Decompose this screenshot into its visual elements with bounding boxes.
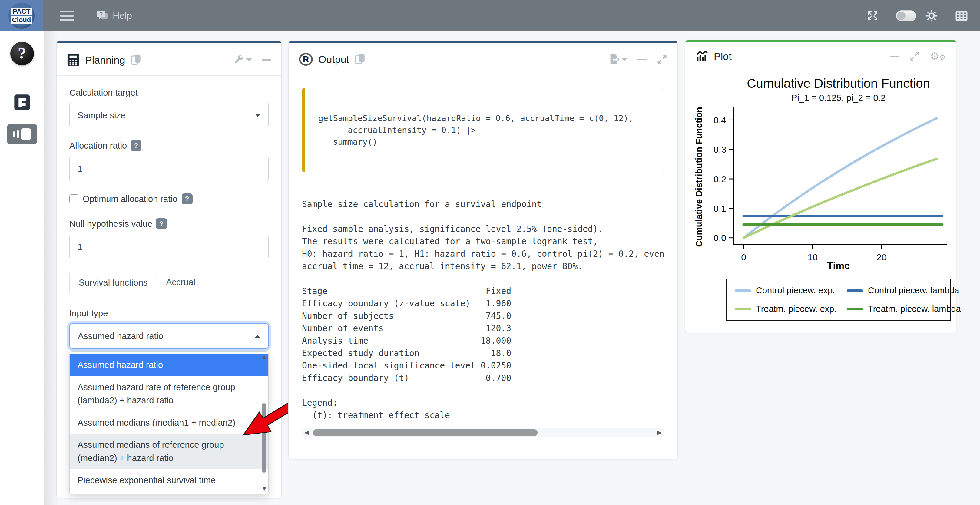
plot-card-title: Plot [714,51,732,62]
tab-accrual[interactable]: Accrual [157,272,204,293]
brand-logo[interactable]: PACT Cloud [0,0,43,32]
copy-icon[interactable] [355,53,366,65]
help-button[interactable]: ? Help [96,10,132,22]
tab-survival-functions[interactable]: Survival functions [69,272,157,293]
null-hypothesis-help-icon[interactable]: ? [156,218,167,229]
null-hypothesis-input[interactable] [69,234,269,259]
panel-bars-icon [17,130,19,138]
file-export-icon [609,54,619,65]
settings-dropdown-button[interactable] [234,55,252,65]
calculation-target-label: Calculation target [69,88,269,98]
scroll-down-icon[interactable]: ▼ [261,485,267,492]
rpact-logo-icon: PACT Cloud [8,3,35,29]
planning-tabs: Survival functions Accrual [69,272,269,293]
input-type-select[interactable]: Assumed hazard ratio [69,323,269,349]
expand-card-icon[interactable] [657,54,667,65]
optimum-allocation-checkbox[interactable] [69,194,78,203]
r-code-block: getSampleSizeSurvival(hazardRatio = 0.6,… [302,88,664,172]
legend-label: Treatm. piecew. exp. [756,304,837,314]
x-axis-label: Time [827,260,850,271]
input-type-option[interactable]: Assumed medians (median1 + median2) [70,412,268,434]
input-type-option[interactable]: Piecewise exponential survival time [70,469,268,492]
brand-line2: Cloud [11,16,32,24]
theme-toggle[interactable] [896,10,916,21]
plot-card: Plot ⚙⚙ Cumulative Distribution Function… [685,40,956,333]
chart-icon [696,50,708,62]
y-axis-label: Cumulative Distribution Function [694,107,704,247]
chart-title: Cumulative Distribution Function [747,76,930,91]
plot-settings-gears-icon[interactable]: ⚙⚙ [930,51,946,62]
sidebar-item-panels-active[interactable] [7,124,37,144]
calculation-target-select[interactable]: Sample size [69,103,269,128]
collapse-card-button[interactable] [262,59,271,61]
input-type-dropdown-menu: Assumed hazard ratioAssumed hazard rate … [69,351,269,494]
svg-text:0.3: 0.3 [713,145,726,154]
scroll-right-icon[interactable]: ▶ [657,429,662,436]
input-type-menu-list: Assumed hazard ratioAssumed hazard rate … [70,354,268,492]
svg-text:0.0: 0.0 [713,233,726,243]
planning-card: Planning Calculation target Sample size [56,41,282,498]
copy-icon[interactable] [130,54,142,66]
chevron-down-icon [622,58,627,61]
null-hypothesis-label: Null hypothesis value [69,219,152,229]
input-type-option[interactable]: Assumed medians of reference group (medi… [70,434,268,469]
help-bubble-icon: ? [96,10,109,22]
collapse-card-button[interactable] [890,56,899,57]
sidebar-toggle-button[interactable] [60,10,74,22]
grid-menu-icon[interactable] [955,10,968,22]
legend-label: Treatm. piecew. lambda [868,304,961,314]
allocation-ratio-label: Allocation ratio [69,141,127,151]
planning-card-title: Planning [85,54,125,66]
svg-text:0.1: 0.1 [713,203,726,213]
allocation-ratio-help-icon[interactable]: ? [130,140,142,151]
output-card: R Output [288,41,678,459]
calculation-target-value: Sample size [78,111,126,121]
panel-icon [21,129,31,140]
legend-item: Control piecew. lambda [847,286,961,295]
svg-text:10: 10 [807,252,818,262]
result-text-block: Sample size calculation for a survival e… [302,198,664,421]
top-navbar: PACT Cloud ? Help [0,0,980,32]
input-type-option[interactable]: Assumed hazard rate of reference group (… [70,376,268,412]
optimum-allocation-help-icon[interactable]: ? [182,194,192,204]
help-avatar[interactable]: ? [10,42,34,65]
left-sidebar: ? [0,32,44,505]
sun-icon[interactable] [925,9,938,22]
legend-line-swatch [847,308,863,310]
help-label: Help [113,10,132,21]
input-type-value: Assumed hazard ratio [78,331,163,341]
export-dropdown-button[interactable] [609,54,627,65]
design-app-icon[interactable] [14,94,30,111]
svg-text:20: 20 [877,252,887,262]
expand-card-icon[interactable] [910,51,920,62]
input-type-option[interactable]: Assumed hazard ratio [70,354,268,376]
chevron-down-icon [246,59,252,62]
svg-text:?: ? [99,11,103,17]
collapse-card-button[interactable] [638,59,647,60]
allocation-ratio-input[interactable] [69,156,269,181]
scrollbar-thumb[interactable] [313,429,538,436]
sidebar-divider [7,79,37,79]
legend-item: Treatm. piecew. lambda [847,304,961,314]
chevron-up-icon [255,335,260,338]
fullscreen-icon[interactable] [867,10,879,22]
wrench-icon [234,55,244,65]
calculator-icon [67,53,80,67]
output-card-title: Output [318,54,349,65]
panel-bars-icon [13,132,15,137]
legend-item: Treatm. piecew. exp. [735,304,847,314]
output-horizontal-scrollbar: ◀ ▶ [302,428,664,437]
legend-label: Control piecew. exp. [756,286,835,295]
scroll-left-icon[interactable]: ◀ [304,429,309,436]
output-code: getSampleSizeSurvival(hazardRatio = 0.6,… [318,112,651,148]
input-type-label: Input type [69,308,269,319]
r-logo-icon: R [299,53,313,66]
dropdown-scrollbar: ▲ ▼ [261,353,267,492]
scrollbar-thumb[interactable] [262,403,266,473]
legend-label: Control piecew. lambda [868,286,959,295]
legend-line-swatch [847,289,863,292]
brand-line1: PACT [11,8,32,16]
output-result: Sample size calculation for a survival e… [302,198,664,421]
scroll-up-icon[interactable]: ▲ [261,353,267,360]
svg-text:0.4: 0.4 [713,115,726,125]
